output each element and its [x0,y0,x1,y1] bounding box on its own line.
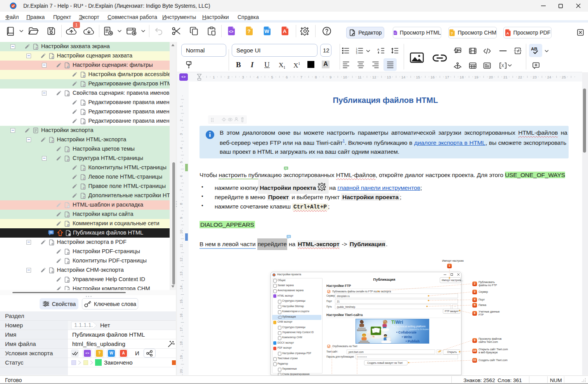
svg-text:1: 1 [179,105,183,107]
svg-text:A: A [377,48,380,51]
svg-text:1: 1 [213,75,215,79]
svg-text:4: 4 [179,147,183,149]
svg-text:?: ? [451,31,453,35]
svg-text:21: 21 [503,75,508,79]
svg-text:13: 13 [179,271,183,276]
svg-text:10: 10 [179,230,183,234]
svg-text:25: 25 [562,75,566,79]
svg-text:3: 3 [356,52,357,54]
svg-text:17: 17 [179,327,183,332]
svg-text:16: 16 [179,313,183,318]
svg-text:3: 3 [242,75,244,79]
svg-text:6: 6 [179,175,183,177]
svg-text:17: 17 [445,75,449,79]
svg-text:14: 14 [179,285,183,290]
svg-text:8: 8 [315,75,317,79]
svg-text:20: 20 [489,75,493,79]
svg-text:?: ? [247,28,250,34]
svg-text:14: 14 [401,75,406,79]
svg-text:22: 22 [518,75,522,79]
svg-text:16: 16 [430,75,435,79]
svg-text:12: 12 [179,258,183,262]
svg-text:24: 24 [547,75,552,79]
svg-text:9: 9 [330,75,331,79]
svg-text:19: 19 [474,75,479,79]
svg-text:7: 7 [300,75,302,79]
svg-text:2: 2 [227,75,229,79]
svg-text:A: A [283,28,287,34]
svg-text:19: 19 [179,355,183,360]
svg-text:AB: AB [531,47,538,51]
svg-text:18: 18 [179,341,183,346]
svg-text:A: A [506,31,509,35]
svg-text:3: 3 [179,133,183,135]
svg-text:4: 4 [257,75,258,79]
svg-text:5: 5 [271,75,273,79]
svg-text:6: 6 [286,75,288,79]
svg-text:8: 8 [179,203,183,205]
svg-text:12: 12 [372,75,376,79]
svg-text:13: 13 [387,75,391,79]
svg-text:11: 11 [179,244,183,248]
svg-text:5: 5 [179,161,183,163]
svg-text:2: 2 [179,119,183,121]
svg-text:11: 11 [358,75,362,79]
svg-text:15: 15 [179,299,183,304]
svg-text:7: 7 [179,189,183,191]
svg-text:W: W [264,28,269,34]
svg-text:<>: <> [394,32,397,34]
svg-text:10: 10 [343,75,347,79]
svg-text:9: 9 [179,217,183,219]
svg-text:15: 15 [416,75,420,79]
svg-text:<>: <> [229,30,234,34]
svg-text:20: 20 [179,369,183,374]
svg-text:18: 18 [460,75,464,79]
svg-text:X: X [501,64,504,68]
svg-text:23: 23 [532,75,537,79]
